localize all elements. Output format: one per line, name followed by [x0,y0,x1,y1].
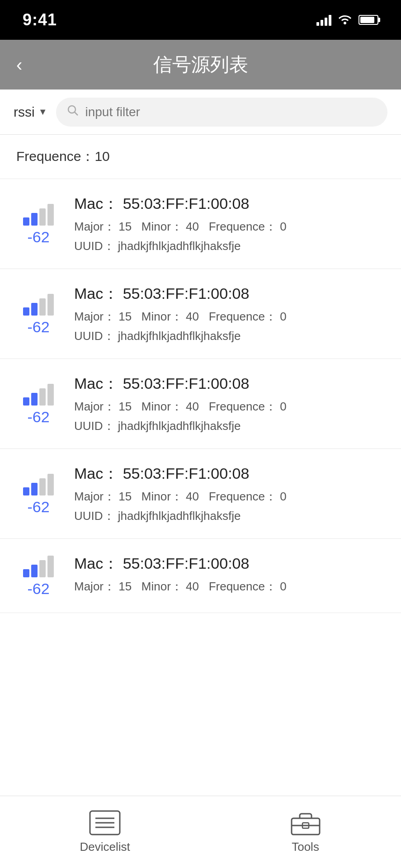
minor-value: Minor： 40 [142,579,209,594]
frequence-label: Frequence：10 [16,149,110,164]
rssi-value: -62 [27,318,49,336]
wifi-icon [338,13,352,28]
nav-item-tools[interactable]: Tools [290,810,321,854]
rssi-value: -62 [27,228,49,246]
rssi-value: -62 [27,498,49,516]
signal-section: -62 [14,202,63,246]
minor-value: Minor： 40 [142,399,209,415]
tools-nav-label: Tools [292,840,319,854]
signal-bars-icon [23,472,54,495]
devicelist-nav-icon [89,810,121,835]
back-button[interactable]: ‹ [16,55,22,75]
signal-section: -62 [14,292,63,336]
signal-bars-icon [23,202,54,226]
signal-bars-icon [23,292,54,316]
rssi-value: -62 [27,580,49,598]
devicelist-nav-label: Devicelist [80,840,130,854]
list-item[interactable]: -62 Mac： 55:03:FF:F1:00:08 Major： 15 Min… [0,539,401,613]
device-info: Mac： 55:03:FF:F1:00:08 Major： 15 Minor： … [74,553,387,598]
page-title: 信号源列表 [153,52,248,77]
device-stats: Major： 15 Minor： 40 Frequence： 0 [74,579,387,594]
major-value: Major： 15 [74,219,142,235]
device-uuid: UUID： jhadkjfhlkjadhflkjhaksfje [74,238,387,254]
frequence-row: Frequence：10 [0,135,401,179]
device-uuid: UUID： jhadkjfhlkjadhflkjhaksfje [74,418,387,434]
device-list: -62 Mac： 55:03:FF:F1:00:08 Major： 15 Min… [0,179,401,613]
device-mac: Mac： 55:03:FF:F1:00:08 [74,553,387,574]
rssi-value: -62 [27,408,49,426]
frequence-value: Frequence： 0 [209,579,287,594]
status-time: 9:41 [23,10,57,29]
major-value: Major： 15 [74,399,142,415]
list-icon [89,810,121,835]
major-value: Major： 15 [74,309,142,325]
svg-line-1 [75,112,78,115]
minor-value: Minor： 40 [142,219,209,235]
device-info: Mac： 55:03:FF:F1:00:08 Major： 15 Minor： … [74,283,387,344]
device-stats: Major： 15 Minor： 40 Frequence： 0 [74,489,387,505]
rssi-dropdown[interactable]: rssi ▼ [14,104,47,120]
signal-section: -62 [14,382,63,426]
search-icon [67,104,79,119]
device-uuid: UUID： jhadkjfhlkjadhflkjhaksfje [74,508,387,524]
bottom-nav: Devicelist Tools [0,796,401,868]
frequence-value: Frequence： 0 [209,309,287,325]
list-item[interactable]: -62 Mac： 55:03:FF:F1:00:08 Major： 15 Min… [0,359,401,449]
device-stats: Major： 15 Minor： 40 Frequence： 0 [74,399,387,415]
minor-value: Minor： 40 [142,309,209,325]
signal-bars-icon [23,382,54,406]
major-value: Major： 15 [74,579,142,594]
rssi-label: rssi [14,104,35,120]
list-item[interactable]: -62 Mac： 55:03:FF:F1:00:08 Major： 15 Min… [0,269,401,359]
filter-bar: rssi ▼ [0,90,401,135]
major-value: Major： 15 [74,489,142,505]
list-item[interactable]: -62 Mac： 55:03:FF:F1:00:08 Major： 15 Min… [0,179,401,269]
device-mac: Mac： 55:03:FF:F1:00:08 [74,463,387,484]
device-uuid: UUID： jhadkjfhlkjadhflkjhaksfje [74,328,387,344]
list-item[interactable]: -62 Mac： 55:03:FF:F1:00:08 Major： 15 Min… [0,449,401,539]
frequence-value: Frequence： 0 [209,219,287,235]
search-box [56,98,387,127]
svg-point-0 [68,106,75,113]
device-stats: Major： 15 Minor： 40 Frequence： 0 [74,219,387,235]
device-info: Mac： 55:03:FF:F1:00:08 Major： 15 Minor： … [74,373,387,434]
device-mac: Mac： 55:03:FF:F1:00:08 [74,373,387,394]
frequence-value: Frequence： 0 [209,399,287,415]
nav-item-devicelist[interactable]: Devicelist [80,810,130,854]
tools-nav-icon [290,810,321,835]
svg-rect-6 [292,818,320,835]
device-mac: Mac： 55:03:FF:F1:00:08 [74,283,387,304]
signal-section: -62 [14,554,63,598]
toolbox-icon [290,810,321,835]
device-info: Mac： 55:03:FF:F1:00:08 Major： 15 Minor： … [74,193,387,254]
cellular-signal-icon [316,14,331,26]
signal-section: -62 [14,472,63,516]
header: ‹ 信号源列表 [0,40,401,90]
device-info: Mac： 55:03:FF:F1:00:08 Major： 15 Minor： … [74,463,387,524]
status-bar: 9:41 [0,0,401,40]
signal-bars-icon [23,554,54,577]
device-stats: Major： 15 Minor： 40 Frequence： 0 [74,309,387,325]
chevron-down-icon: ▼ [38,107,47,117]
search-input[interactable] [85,105,377,119]
device-mac: Mac： 55:03:FF:F1:00:08 [74,193,387,214]
frequence-value: Frequence： 0 [209,489,287,505]
battery-icon [359,15,378,25]
status-icons [316,13,378,28]
minor-value: Minor： 40 [142,489,209,505]
